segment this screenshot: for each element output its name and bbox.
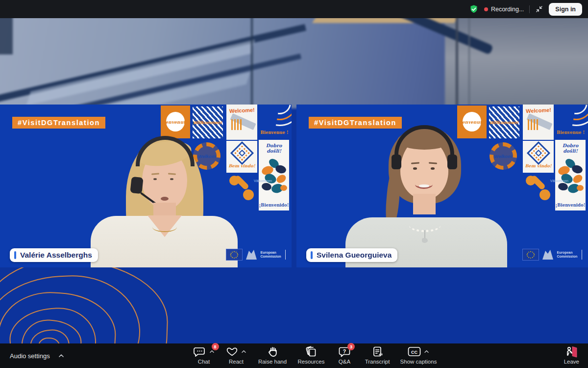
dumbbell-graphic bbox=[526, 176, 550, 200]
european-commission-logo: European Commission bbox=[226, 249, 286, 261]
resources-icon bbox=[305, 346, 318, 358]
react-button[interactable]: React bbox=[222, 343, 250, 365]
leave-button[interactable]: Leave bbox=[564, 343, 579, 368]
collage-valkommen-label: Välkommen bbox=[550, 179, 568, 183]
video-tile-participant-2[interactable]: #VisitDGTranslation Benvenuti! Willkomme… bbox=[296, 105, 588, 267]
recording-status: Recording... bbox=[484, 6, 524, 13]
topbar-divider bbox=[529, 5, 530, 13]
collage-tile-welcome: Welcome! bbox=[523, 105, 554, 140]
sign-in-button[interactable]: Sign in bbox=[549, 3, 582, 16]
collage-tile-bem-vindo: Bem vindo! bbox=[523, 141, 554, 173]
headphones-icon bbox=[394, 125, 454, 155]
top-bar: Recording... Sign in bbox=[0, 0, 588, 18]
resources-button[interactable]: Resources bbox=[294, 343, 328, 365]
audio-settings-button[interactable]: Audio settings bbox=[10, 343, 64, 368]
collage-tile-dobro-dosli: Dobro došli! ¡Bienvenido! bbox=[555, 140, 586, 210]
webinar-window: Recording... Sign in #VisitDGTranslation bbox=[0, 0, 588, 368]
captions-chevron-up-icon[interactable] bbox=[424, 350, 429, 353]
ec-logo-line2: Commission bbox=[557, 255, 577, 259]
recording-dot-icon bbox=[484, 7, 488, 11]
berlaymont-building-icon bbox=[245, 249, 258, 261]
eu-flag-icon bbox=[226, 249, 243, 261]
ec-logo-line1: European bbox=[557, 251, 577, 255]
european-commission-logo: European Commission bbox=[522, 249, 582, 261]
chat-button[interactable]: 8 Chat bbox=[190, 343, 218, 365]
hashtag-banner: #VisitDGTranslation bbox=[309, 117, 402, 129]
exit-fullscreen-icon[interactable] bbox=[535, 5, 543, 13]
petal-cluster-graphic bbox=[261, 159, 287, 197]
video-tile-participant-1[interactable]: #VisitDGTranslation Benvenuti! Willkomme… bbox=[0, 105, 292, 267]
ec-logo-line1: European bbox=[260, 251, 281, 255]
leave-door-icon bbox=[564, 345, 578, 358]
raised-hand-icon bbox=[267, 346, 278, 358]
collage-tile-benvenuti: Benvenuti! bbox=[161, 105, 190, 138]
petal-cluster-graphic bbox=[557, 159, 584, 197]
collage-tile-bienvenue: Bienvenue ! bbox=[556, 105, 586, 139]
show-captions-button[interactable]: CC Show captions bbox=[398, 343, 439, 365]
name-accent-bar bbox=[311, 251, 313, 259]
react-chevron-up-icon[interactable] bbox=[241, 350, 246, 353]
recording-label: Recording... bbox=[491, 6, 524, 13]
transcript-icon bbox=[372, 346, 383, 358]
svg-text:CC: CC bbox=[411, 349, 417, 354]
venue-background-photo bbox=[0, 18, 588, 108]
participant-1-name-label: Valérie Asselberghs bbox=[10, 248, 98, 262]
chat-chevron-up-icon[interactable] bbox=[209, 350, 215, 353]
raise-hand-button[interactable]: Raise hand bbox=[255, 343, 290, 365]
berlaymont-building-icon bbox=[541, 249, 554, 261]
eu-flag-icon bbox=[522, 249, 539, 261]
qa-badge: 3 bbox=[347, 343, 355, 350]
collage-tile-bienvenue: Bienvenue ! bbox=[260, 105, 289, 139]
security-shield-icon[interactable] bbox=[469, 4, 479, 14]
heart-icon bbox=[226, 346, 238, 358]
chevron-up-icon[interactable] bbox=[58, 354, 64, 358]
participant-2-name-label: Svilena Gueorguieva bbox=[306, 248, 397, 262]
collage-tile-willkommen: Willkommen! bbox=[193, 106, 223, 138]
participant-2-video bbox=[345, 125, 507, 267]
headset-icon bbox=[136, 136, 195, 166]
participant-1-video bbox=[91, 135, 238, 267]
svg-text:?: ? bbox=[343, 348, 346, 354]
chat-icon bbox=[194, 346, 206, 358]
transcript-button[interactable]: Transcript bbox=[361, 343, 393, 365]
collage-tile-dobro-dosli: Dobro došli! ¡Bienvenido! bbox=[259, 140, 289, 210]
ec-logo-line2: Commission bbox=[260, 255, 281, 259]
qa-button[interactable]: ? 3 Q&A bbox=[332, 343, 357, 365]
name-accent-bar bbox=[14, 251, 16, 259]
hashtag-banner: #VisitDGTranslation bbox=[12, 117, 105, 129]
collage-valkommen-label: Välkommen bbox=[254, 179, 272, 183]
chat-badge: 8 bbox=[212, 343, 219, 350]
webinar-stage: #VisitDGTranslation Benvenuti! Willkomme… bbox=[0, 18, 588, 343]
closed-captions-icon: CC bbox=[408, 346, 421, 357]
meeting-toolbar: Audio settings 8 Chat bbox=[0, 343, 588, 368]
